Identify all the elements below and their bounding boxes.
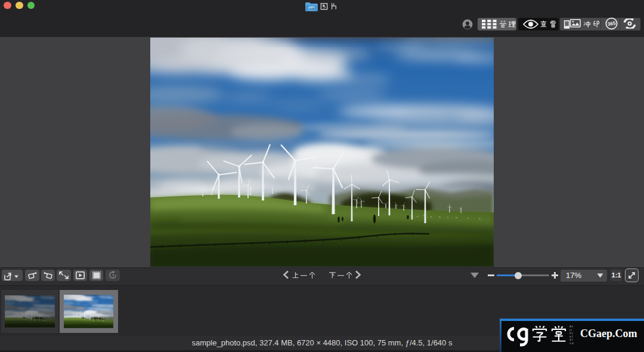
svg-text:365: 365 (607, 20, 616, 27)
